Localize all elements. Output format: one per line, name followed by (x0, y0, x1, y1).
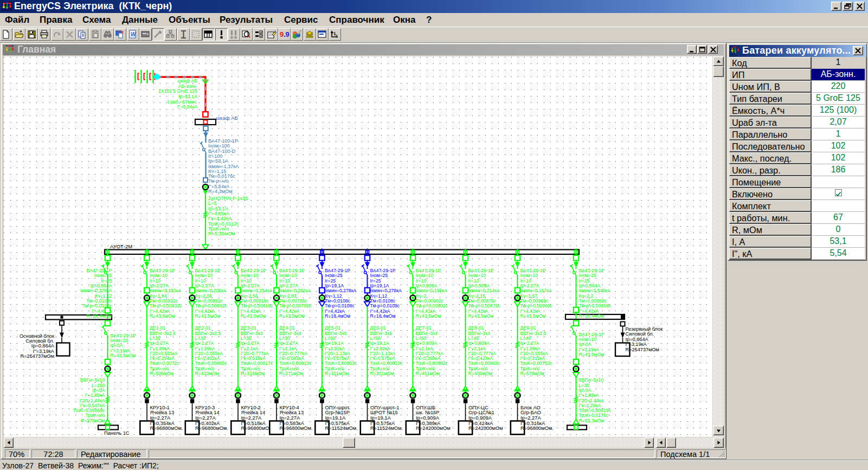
svg-text:R=242000мОм: R=242000мОм (468, 425, 503, 431)
svg-text:1Х102 5 GroE 125: 1Х102 5 GroE 125 (158, 88, 197, 94)
svg-text:R=18,4мОм: R=18,4мОм (579, 313, 605, 319)
svg-text:R=301мОм: R=301мОм (370, 371, 395, 376)
svg-text:R=43,5мОм: R=43,5мОм (579, 352, 605, 357)
svg-text:R=506мОм: R=506мОм (150, 371, 174, 376)
svg-text:W: W (131, 31, 137, 37)
svg-text:R=242000мОм: R=242000мОм (416, 425, 451, 431)
svg-text:I"=5,54кА: I"=5,54кА (177, 104, 197, 110)
svg-text:R=433мОм: R=433мОм (195, 371, 220, 376)
svg-text:R=11524мОм.: R=11524мОм. (325, 425, 358, 431)
svg-text:R=301мОм: R=301мОм (325, 371, 349, 376)
svg-text:R=43,5мОм: R=43,5мОм (241, 313, 266, 319)
svg-text:R=96800мОм.: R=96800мОм. (280, 425, 313, 431)
svg-text:АУОТ-2М: АУОТ-2М (110, 243, 132, 249)
svg-text:R=43,5мОм: R=43,5мОм (520, 313, 546, 319)
svg-text:R=18,4мОм: R=18,4мОм (370, 313, 396, 319)
svg-text:R=43,5мОм: R=43,5мОм (111, 353, 136, 358)
svg-text:Iр=53.1А: Iр=53.1А (178, 94, 197, 99)
svg-text:R=96800мОм.: R=96800мОм. (520, 425, 554, 431)
svg-text:R=4,3мОм: R=4,3мОм (208, 189, 233, 194)
svg-text:R=5,35мОм: R=5,35мОм (208, 231, 235, 236)
svg-text:4: 4 (336, 35, 338, 38)
svg-text:R=55,3мОм: R=55,3мОм (579, 418, 605, 423)
svg-text:R=96800мОм.: R=96800мОм. (195, 425, 228, 431)
svg-text:АБ-зонн.: АБ-зонн. (178, 83, 197, 89)
svg-text:шкаф АБ: шкаф АБ (216, 115, 238, 121)
svg-text:R=11524мОм.: R=11524мОм. (370, 425, 403, 431)
svg-text:R=254737мОм: R=254737мОм (626, 347, 659, 352)
svg-text:R=43,5мОм: R=43,5мОм (195, 313, 221, 319)
svg-text:R=43,5мОм: R=43,5мОм (279, 313, 305, 319)
svg-text:R=254737мОм: R=254737мОм (21, 353, 54, 359)
svg-text:R=578мОм: R=578мОм (520, 371, 545, 376)
svg-text:.9: .9 (284, 30, 289, 38)
svg-text:R=406мОм: R=406мОм (468, 371, 493, 376)
svg-text:R=43,5мОм: R=43,5мОм (416, 313, 441, 319)
svg-text:шкаф АБ: шкаф АБ (177, 78, 197, 83)
svg-text:t раб.=67мин.: t раб.=67мин. (168, 99, 197, 105)
svg-text:R=18,4мОм: R=18,4мОм (325, 313, 350, 319)
svg-text:R=276мОм: R=276мОм (81, 418, 105, 423)
svg-text:R=271мОм: R=271мОм (279, 371, 304, 376)
svg-text:Панель 1С: Панель 1С (104, 430, 130, 436)
svg-text:R=451мОм: R=451мОм (416, 371, 440, 376)
svg-text:R=43,5мОм: R=43,5мОм (468, 313, 494, 319)
svg-text:R=316мОм: R=316мОм (241, 371, 265, 376)
svg-text:R=43,5мОм: R=43,5мОм (150, 313, 175, 319)
svg-text:R=96800мОм.: R=96800мОм. (150, 425, 183, 431)
